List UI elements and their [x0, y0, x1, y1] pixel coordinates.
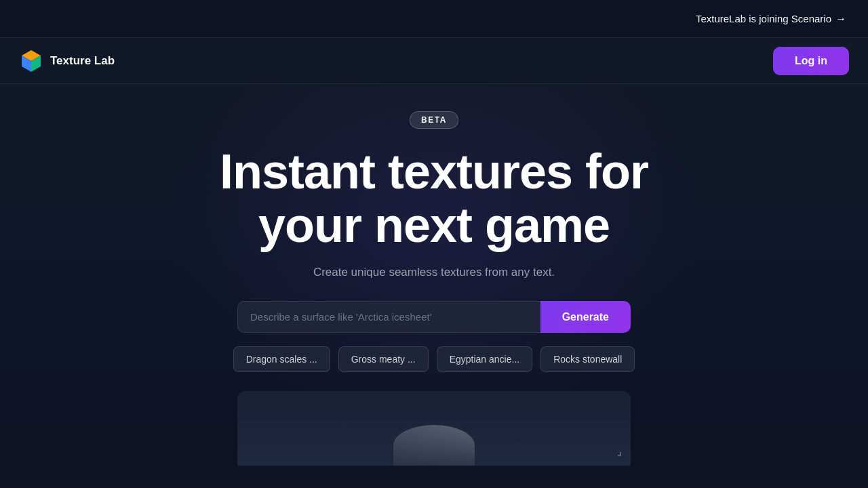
search-input[interactable] — [237, 301, 540, 333]
chip-egyptian[interactable]: Egyptian ancie... — [437, 346, 533, 372]
chip-rocks-stonewall[interactable]: Rocks stonewall — [540, 346, 635, 372]
suggestion-chips: Dragon scales ... Gross meaty ... Egypti… — [233, 346, 635, 372]
logo-icon — [19, 49, 43, 73]
announcement-bar: TextureLab is joining Scenario → — [0, 0, 868, 38]
chip-gross-meaty[interactable]: Gross meaty ... — [338, 346, 429, 372]
announcement-link[interactable]: TextureLab is joining Scenario → — [696, 13, 846, 25]
generate-button[interactable]: Generate — [540, 301, 631, 333]
hero-subtitle: Create unique seamless textures from any… — [313, 266, 555, 279]
resize-handle-icon: ⌟ — [617, 445, 623, 458]
announcement-text: TextureLab is joining Scenario — [696, 13, 831, 24]
login-button[interactable]: Log in — [773, 47, 849, 75]
nav-bar: Texture Lab Log in — [0, 38, 868, 84]
preview-area: ⌟ — [237, 391, 631, 466]
hero-title-line2: your next game — [258, 198, 610, 252]
chip-dragon-scales[interactable]: Dragon scales ... — [233, 346, 330, 372]
hero-title: Instant textures for your next game — [220, 145, 648, 252]
arrow-icon: → — [835, 13, 846, 25]
preview-blob — [393, 425, 475, 466]
beta-badge: BETA — [410, 111, 458, 129]
logo-text: Texture Lab — [50, 54, 115, 68]
logo-area[interactable]: Texture Lab — [19, 49, 115, 73]
hero-title-line1: Instant textures for — [220, 144, 648, 199]
main-content: BETA Instant textures for your next game… — [0, 84, 868, 488]
search-row: Generate — [237, 301, 631, 333]
